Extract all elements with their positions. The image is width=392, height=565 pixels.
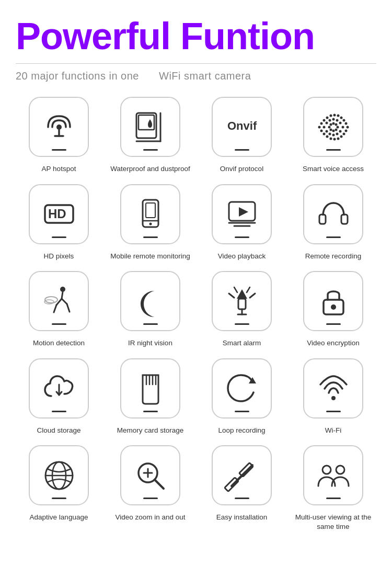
page-container: Powerful Funtion 20 major functions in o… xyxy=(0,0,392,547)
svg-point-60 xyxy=(60,287,65,292)
icon-box-voice xyxy=(303,97,363,157)
svg-point-27 xyxy=(344,129,347,132)
icon-box-night xyxy=(120,271,180,331)
svg-line-64 xyxy=(54,305,56,312)
feature-item-loop: Loop recording xyxy=(199,358,285,435)
svg-line-63 xyxy=(62,299,67,304)
svg-point-45 xyxy=(335,128,337,131)
feature-label-ap_hotspot: AP hotspot xyxy=(42,164,76,174)
icon-box-headphones xyxy=(303,184,363,244)
feature-item-zoom: Video zoom in and out xyxy=(107,445,193,531)
feature-item-night: IR night vision xyxy=(107,271,193,348)
svg-point-31 xyxy=(332,118,335,120)
icon-box-motion xyxy=(29,271,89,331)
feature-item-cloud: Cloud storage xyxy=(16,358,102,435)
svg-marker-68 xyxy=(237,289,247,299)
icon-box-tools xyxy=(212,445,272,505)
svg-point-47 xyxy=(329,128,332,131)
svg-point-33 xyxy=(339,121,341,124)
svg-rect-58 xyxy=(319,214,326,224)
feature-label-onvif: Onvif protocol xyxy=(220,164,263,174)
svg-point-26 xyxy=(342,132,345,135)
svg-point-38 xyxy=(328,132,331,135)
feature-label-wifi: Wi-Fi xyxy=(325,426,341,435)
icon-box-alarm xyxy=(212,271,272,331)
svg-point-42 xyxy=(332,122,335,125)
svg-line-65 xyxy=(67,304,70,312)
svg-point-41 xyxy=(329,123,332,126)
svg-rect-93 xyxy=(239,462,253,477)
feature-label-tools: Easy installation xyxy=(216,513,268,522)
feature-label-alarm: Smart alarm xyxy=(223,338,261,348)
divider xyxy=(16,63,376,64)
svg-point-14 xyxy=(337,114,339,117)
feature-item-motion: Motion detection xyxy=(16,271,102,348)
svg-line-72 xyxy=(234,287,237,292)
svg-point-12 xyxy=(329,114,332,117)
svg-line-73 xyxy=(247,287,250,292)
feature-label-waterproof: Waterproof and dustproof xyxy=(110,164,190,174)
svg-line-61 xyxy=(62,292,63,299)
svg-point-25 xyxy=(340,135,342,138)
page-title: Powerful Funtion xyxy=(16,16,376,57)
icon-box-sdcard xyxy=(120,358,180,419)
feature-label-lock: Video encryption xyxy=(307,338,359,348)
svg-point-35 xyxy=(339,130,341,132)
icon-box-lock xyxy=(303,271,363,331)
svg-point-10 xyxy=(322,119,325,121)
svg-point-8 xyxy=(318,126,320,128)
feature-item-ap_hotspot: AP hotspot xyxy=(16,97,102,174)
svg-point-16 xyxy=(342,119,345,121)
svg-point-13 xyxy=(333,114,336,116)
svg-point-19 xyxy=(320,129,322,132)
feature-item-waterproof: Waterproof and dustproof xyxy=(107,97,193,174)
feature-item-playback: Video playback xyxy=(199,184,285,261)
feature-label-mobile: Mobile remote monitoring xyxy=(110,252,190,261)
svg-point-15 xyxy=(340,116,342,119)
svg-point-22 xyxy=(329,137,332,140)
svg-rect-52 xyxy=(146,203,155,218)
svg-text:Onvif: Onvif xyxy=(227,119,257,132)
feature-item-headphones: Remote recording xyxy=(290,184,376,261)
feature-item-wifi: Wi-Fi xyxy=(290,358,376,435)
svg-point-20 xyxy=(322,132,325,135)
feature-item-voice: Smart voice access xyxy=(290,97,376,174)
svg-point-37 xyxy=(332,133,335,136)
svg-point-46 xyxy=(332,129,335,132)
svg-point-17 xyxy=(344,122,347,125)
feature-item-alarm: Smart alarm xyxy=(199,271,285,348)
svg-point-40 xyxy=(328,126,330,128)
feature-label-sdcard: Memory card storage xyxy=(117,426,184,435)
feature-label-headphones: Remote recording xyxy=(305,252,361,261)
svg-point-30 xyxy=(328,119,331,121)
svg-point-39 xyxy=(325,130,328,132)
svg-rect-4 xyxy=(139,115,154,130)
feature-label-globe: Adaptive language xyxy=(30,513,88,522)
svg-point-36 xyxy=(336,132,338,135)
feature-label-motion: Motion detection xyxy=(33,338,85,348)
feature-item-hd: HD HD pixels xyxy=(16,184,102,261)
svg-line-70 xyxy=(229,293,234,298)
svg-point-21 xyxy=(326,135,328,138)
svg-point-53 xyxy=(149,223,152,225)
svg-line-71 xyxy=(250,293,255,298)
feature-label-loop: Loop recording xyxy=(218,426,265,435)
feature-item-mobile: Mobile remote monitoring xyxy=(107,184,193,261)
svg-rect-3 xyxy=(136,113,156,138)
svg-point-32 xyxy=(336,119,338,121)
feature-label-playback: Video playback xyxy=(218,252,266,261)
icon-box-wifi xyxy=(303,358,363,419)
subtitle-part1: 20 major functions in one xyxy=(16,70,139,82)
svg-point-44 xyxy=(336,126,339,128)
svg-text:HD: HD xyxy=(48,207,66,221)
svg-point-18 xyxy=(346,126,349,128)
feature-item-tools: Easy installation xyxy=(199,445,285,531)
feature-label-zoom: Video zoom in and out xyxy=(115,513,185,522)
svg-point-29 xyxy=(325,121,328,124)
svg-point-77 xyxy=(331,304,336,310)
feature-label-cloud: Cloud storage xyxy=(37,426,80,435)
icon-box-onvif: Onvif xyxy=(212,97,272,157)
svg-point-11 xyxy=(326,116,328,119)
svg-point-9 xyxy=(320,122,322,125)
svg-marker-55 xyxy=(239,207,248,217)
